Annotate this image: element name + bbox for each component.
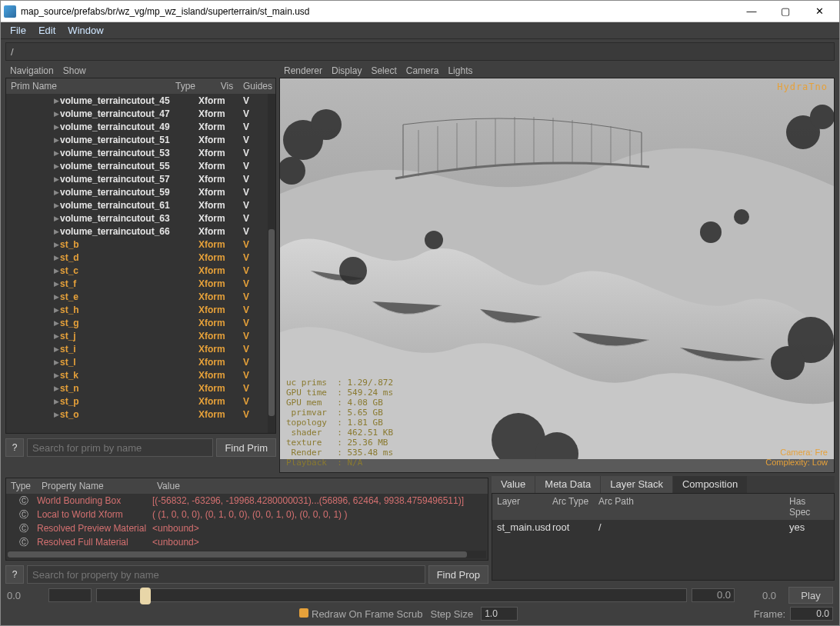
property-hscroll-thumb[interactable]: [8, 551, 467, 558]
col-arctype[interactable]: Arc Type: [548, 494, 594, 520]
prim-vis[interactable]: V: [243, 174, 266, 185]
prim-search-help[interactable]: ?: [5, 438, 24, 457]
prim-vis[interactable]: V: [243, 344, 266, 355]
tree-row[interactable]: ▶ st_oXformV: [6, 408, 269, 421]
vp-menu-camera[interactable]: Camera: [403, 65, 442, 76]
composition-row[interactable]: st_main.usdroot/yes: [492, 520, 834, 534]
expand-icon[interactable]: ▶: [52, 411, 60, 418]
frame-input[interactable]: 0.0: [790, 607, 833, 621]
tree-row[interactable]: ▶ volume_terraincutout_45XformV: [6, 94, 269, 107]
col-type[interactable]: Type: [171, 78, 215, 94]
prim-vis[interactable]: V: [243, 291, 266, 302]
prim-vis[interactable]: V: [243, 370, 266, 381]
expand-icon[interactable]: ▶: [52, 162, 60, 170]
expand-icon[interactable]: ▶: [52, 201, 60, 209]
expand-icon[interactable]: ▶: [52, 267, 60, 275]
tree-row[interactable]: ▶ st_fXformV: [6, 277, 269, 290]
expand-icon[interactable]: ▶: [52, 123, 60, 131]
prim-vis[interactable]: V: [243, 213, 266, 224]
property-row[interactable]: ⒸLocal to World Xform( (1, 0, 0, 0), (0,…: [6, 508, 488, 521]
property-row[interactable]: ⒸResolved Full Material<unbound>: [6, 535, 488, 549]
prim-vis[interactable]: V: [243, 135, 266, 145]
prim-vis[interactable]: V: [243, 383, 266, 394]
tree-row[interactable]: ▶ volume_terraincutout_63XformV: [6, 211, 269, 225]
col-prop-type[interactable]: Type: [6, 478, 37, 494]
prim-vis[interactable]: V: [243, 278, 266, 289]
tree-row[interactable]: ▶ st_bXformV: [6, 238, 269, 251]
col-guides[interactable]: Guides: [238, 78, 275, 94]
col-prop-value[interactable]: Value: [152, 478, 488, 494]
expand-icon[interactable]: ▶: [52, 345, 60, 353]
expand-icon[interactable]: ▶: [52, 188, 60, 196]
col-vis[interactable]: Vis: [215, 78, 238, 94]
find-prop-button[interactable]: Find Prop: [428, 565, 488, 584]
tree-row[interactable]: ▶ volume_terraincutout_51XformV: [6, 133, 269, 146]
vp-menu-renderer[interactable]: Renderer: [281, 65, 325, 76]
prop-search-input[interactable]: [27, 565, 425, 584]
menu-file[interactable]: File: [5, 24, 31, 37]
prim-vis[interactable]: V: [243, 252, 266, 263]
tree-scroll-thumb[interactable]: [268, 229, 275, 416]
prim-vis[interactable]: V: [243, 200, 266, 211]
prim-vis[interactable]: V: [243, 318, 266, 328]
prim-search-input[interactable]: [27, 438, 213, 457]
prim-vis[interactable]: V: [243, 357, 266, 368]
tree-row[interactable]: ▶ st_lXformV: [6, 355, 269, 368]
tree-row[interactable]: ▶ volume_terraincutout_53XformV: [6, 146, 269, 159]
redraw-checkbox[interactable]: Redraw On Frame Scrub: [299, 608, 423, 620]
tree-scrollbar[interactable]: [268, 94, 275, 433]
tree-row[interactable]: ▶ volume_terraincutout_49XformV: [6, 120, 269, 133]
maximize-button[interactable]: ▢: [768, 2, 802, 22]
expand-icon[interactable]: ▶: [52, 398, 60, 405]
col-layer[interactable]: Layer: [492, 494, 548, 520]
titlebar[interactable]: map_source/prefabs/br/wz_vg/mp_wz_island…: [1, 1, 839, 22]
prim-vis[interactable]: V: [243, 148, 266, 158]
tree-row[interactable]: ▶ volume_terraincutout_66XformV: [6, 225, 269, 238]
property-row[interactable]: ⒸWorld Bounding Box[(-56832, -63296, -19…: [6, 494, 488, 508]
tab-composition[interactable]: Composition: [673, 476, 747, 493]
composition-table[interactable]: Layer Arc Type Arc Path Has Spec st_main…: [492, 493, 835, 581]
tree-row[interactable]: ▶ st_eXformV: [6, 290, 269, 303]
expand-icon[interactable]: ▶: [52, 306, 60, 314]
tree-row[interactable]: ▶ st_dXformV: [6, 251, 269, 264]
expand-icon[interactable]: ▶: [52, 215, 60, 222]
vp-menu-display[interactable]: Display: [328, 65, 365, 76]
expand-icon[interactable]: ▶: [52, 136, 60, 144]
tree-row[interactable]: ▶ st_gXformV: [6, 316, 269, 329]
expand-icon[interactable]: ▶: [52, 175, 60, 183]
prim-vis[interactable]: V: [243, 95, 266, 106]
viewport-3d[interactable]: HydraTno Camera: Fre Complexity: Low uc …: [279, 78, 835, 473]
find-prim-button[interactable]: Find Prim: [216, 438, 276, 457]
property-hscroll[interactable]: [8, 551, 486, 558]
tree-row[interactable]: ▶ st_iXformV: [6, 342, 269, 355]
tree-row[interactable]: ▶ volume_terraincutout_47XformV: [6, 107, 269, 120]
tree-row[interactable]: ▶ st_cXformV: [6, 264, 269, 277]
tab-show[interactable]: Show: [60, 65, 89, 76]
prim-tree[interactable]: Prim Name Type Vis Guides ▶ volume_terra…: [5, 78, 276, 434]
stepsize-input[interactable]: 1.0: [481, 607, 518, 621]
prim-vis[interactable]: V: [243, 305, 266, 315]
prim-vis[interactable]: V: [243, 161, 266, 171]
menu-window[interactable]: Window: [63, 24, 108, 37]
timeline-end-box[interactable]: 0.0: [692, 588, 735, 602]
tree-row[interactable]: ▶ volume_terraincutout_61XformV: [6, 198, 269, 211]
timeline-start-box[interactable]: [48, 588, 92, 602]
tree-row[interactable]: ▶ st_nXformV: [6, 381, 269, 395]
tree-row[interactable]: ▶ volume_terraincutout_57XformV: [6, 172, 269, 185]
timeline-track[interactable]: [96, 588, 687, 602]
prim-vis[interactable]: V: [243, 265, 266, 276]
prim-vis[interactable]: V: [243, 396, 266, 407]
prop-search-help[interactable]: ?: [5, 565, 24, 584]
minimize-button[interactable]: —: [735, 2, 768, 22]
tab-navigation[interactable]: Navigation: [7, 65, 57, 76]
expand-icon[interactable]: ▶: [52, 149, 60, 157]
expand-icon[interactable]: ▶: [52, 254, 60, 261]
prim-vis[interactable]: V: [243, 331, 266, 341]
tab-metadata[interactable]: Meta Data: [535, 476, 600, 493]
tab-value[interactable]: Value: [492, 476, 535, 493]
prim-path-field[interactable]: /: [5, 42, 835, 61]
timeline-handle[interactable]: [140, 588, 151, 604]
expand-icon[interactable]: ▶: [52, 228, 60, 235]
expand-icon[interactable]: ▶: [52, 293, 60, 301]
col-hasspec[interactable]: Has Spec: [785, 494, 834, 520]
